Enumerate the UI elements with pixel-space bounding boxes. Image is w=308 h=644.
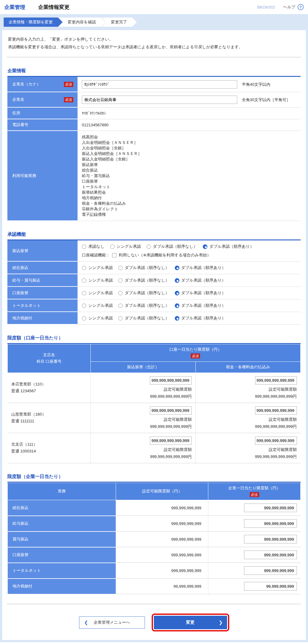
radio-icon[interactable] <box>82 303 86 308</box>
row-value-cell: 全角30文字以内［半角可］ <box>78 92 301 108</box>
radio-selected-icon[interactable] <box>175 278 179 283</box>
row-label-cell: 利用可能業務 <box>7 131 78 221</box>
row-label-cell: 企業名 必須 <box>7 92 78 108</box>
radio-option-selected[interactable]: ダブル承認（順序あり） <box>175 265 226 271</box>
change-submit-button[interactable]: 変更 ❯ <box>154 616 227 629</box>
settable-limit-value: 999,999,999,999,999円 <box>94 454 192 460</box>
radio-option[interactable]: ダブル承認（順序なし） <box>118 265 169 271</box>
table-row: 電話番号 012134567890 <box>7 119 301 131</box>
approval-table: 振込振替 承認なし シングル承認 ダブル承認（順序なし） <box>7 240 301 325</box>
radio-selected-icon[interactable] <box>203 244 207 249</box>
radio-option-selected[interactable]: ダブル承認（順序あり） <box>203 244 254 249</box>
business-label-cell: 地方税納付 <box>8 579 116 594</box>
radio-icon[interactable] <box>118 291 123 295</box>
company-limit-input[interactable] <box>244 519 297 528</box>
settable-limit-label: 設定可能限度額 <box>199 417 297 422</box>
radio-label: 承認なし <box>88 244 105 249</box>
radio-label: ダブル承認（順序あり） <box>181 265 226 271</box>
company-limit-input[interactable] <box>244 582 297 591</box>
settable-limit-value: 999,999,999,999,999円 <box>199 394 297 399</box>
radio-icon[interactable] <box>118 278 123 283</box>
service-item: 給与・賞与振込 <box>82 173 301 179</box>
radio-icon[interactable] <box>82 266 86 270</box>
tax-limit-input[interactable] <box>255 376 297 385</box>
company-limit-label: 企業一日当たり限度額（円） <box>210 485 298 492</box>
notice-line-1: 変更内容を入力の上、「変更」ボタンを押してください。 <box>8 36 300 43</box>
radio-icon[interactable] <box>146 244 151 249</box>
radio-label: ダブル承認（順序なし） <box>125 290 169 296</box>
back-to-menu-button[interactable]: ❮ 企業管理メニューへ <box>79 616 145 629</box>
settable-value-cell: 999,999,999,999 <box>116 531 208 547</box>
radio-icon[interactable] <box>118 303 123 308</box>
account-number: 普通 1234567 <box>11 388 87 394</box>
row-label-cell: 電話番号 <box>7 119 78 131</box>
company-limit-input[interactable] <box>244 566 297 575</box>
radio-option[interactable]: ダブル承認（順序なし） <box>118 315 169 321</box>
business-label-cell: トータルネット <box>8 563 116 579</box>
radio-option[interactable]: ダブル承認（順序なし） <box>146 244 198 249</box>
help-label[interactable]: ヘルプ <box>283 4 295 10</box>
radio-option-selected[interactable]: ダブル承認（順序あり） <box>175 278 226 283</box>
table-row: 住所 ﾔﾏｶﾞﾀｹﾝﾂﾙｵｶｼ <box>7 108 301 119</box>
radio-option[interactable]: シングル承認 <box>82 290 113 296</box>
radio-icon[interactable] <box>82 278 86 283</box>
table-row: 給与・賞与振込 シングル承認 ダブル承認（順序なし） ダブル承認（順序あり） <box>7 274 301 287</box>
radio-option[interactable]: シングル承認 <box>110 244 141 249</box>
service-item: 荘銀外為ダイレクト <box>82 206 301 212</box>
company-limit-input[interactable] <box>244 551 297 559</box>
chevron-left-icon: ❮ <box>84 620 88 625</box>
radio-option[interactable]: ダブル承認（順序なし） <box>118 278 169 283</box>
row-label: 企業名 <box>12 97 24 102</box>
help-question-icon[interactable]: ? <box>298 4 304 10</box>
branch-header-line2: 科目 口座番号 <box>10 358 89 365</box>
radio-selected-icon[interactable] <box>175 316 179 321</box>
radio-icon[interactable] <box>110 244 115 249</box>
col-header-company-limit: 企業一日当たり限度額（円） 必須 <box>208 483 301 500</box>
company-limit-input[interactable] <box>244 504 297 512</box>
col-header-transfer: 振込振替（合計） <box>90 362 196 373</box>
radio-option[interactable]: シングル承認 <box>82 265 113 271</box>
business-label-cell: 賞与振込 <box>8 531 116 547</box>
radio-option-selected[interactable]: ダブル承認（順序あり） <box>175 290 226 296</box>
row-label: 総合振込 <box>12 265 28 271</box>
service-item: 入出金明細照会［ＡＮＳＥＲ］ <box>82 140 301 145</box>
transfer-limit-input[interactable] <box>150 376 192 385</box>
radio-icon[interactable] <box>118 316 123 321</box>
radio-option[interactable]: シングル承認 <box>82 303 113 308</box>
table-row: 給与振込 999,999,999,999 <box>8 516 301 531</box>
radio-option[interactable]: 承認なし <box>82 244 105 249</box>
section-title-company-limits: 限度額（企業一日当たり） <box>7 474 301 483</box>
radio-option[interactable]: ダブル承認（順序なし） <box>118 290 169 296</box>
table-row: 企業名 必須 全角30文字以内［半角可］ <box>7 92 301 108</box>
radio-icon[interactable] <box>82 316 86 321</box>
company-name-input[interactable] <box>82 96 237 104</box>
company-limit-input[interactable] <box>244 535 297 543</box>
radio-selected-icon[interactable] <box>175 266 179 270</box>
company-kana-input[interactable] <box>82 80 237 89</box>
radio-label: シングル承認 <box>88 315 113 321</box>
radio-selected-icon[interactable] <box>175 303 179 308</box>
tax-limit-cell: 設定可能限度額 999,999,999,999,999円 <box>196 433 301 463</box>
radio-option[interactable]: シングル承認 <box>82 278 113 283</box>
radio-option-selected[interactable]: ダブル承認（順序あり） <box>175 303 226 308</box>
radio-option-selected[interactable]: ダブル承認（順序あり） <box>175 315 226 321</box>
radio-option[interactable]: シングル承認 <box>82 315 113 321</box>
radio-option[interactable]: ダブル承認（順序なし） <box>118 303 169 308</box>
tax-limit-input[interactable] <box>255 406 297 415</box>
account-limits-table: 支店名 科目 口座番号 口座一日当たり限度額（円） 必須 振込振替（合計） 税金… <box>7 344 301 463</box>
tax-limit-input[interactable] <box>255 437 297 445</box>
radio-icon[interactable] <box>82 291 86 295</box>
table-row: 総合振込 シングル承認 ダブル承認（順序なし） ダブル承認（順序あり） <box>7 262 301 274</box>
radio-selected-icon[interactable] <box>175 291 179 295</box>
transfer-limit-input[interactable] <box>150 406 192 415</box>
step-label: 変更完了 <box>111 20 127 24</box>
transfer-limit-input[interactable] <box>150 437 192 445</box>
radio-icon[interactable] <box>82 244 86 249</box>
row-label-cell: 企業名（カナ） 必須 <box>7 77 78 92</box>
limit-group-label: 口座一日当たり限度額（円） <box>93 346 298 353</box>
limit-input-cell <box>208 500 301 516</box>
account-check-checkbox[interactable] <box>112 253 117 258</box>
service-item: 地方税納付 <box>82 195 301 201</box>
radio-icon[interactable] <box>118 266 123 270</box>
table-row: 賞与振込 999,999,999,999 <box>8 531 301 547</box>
